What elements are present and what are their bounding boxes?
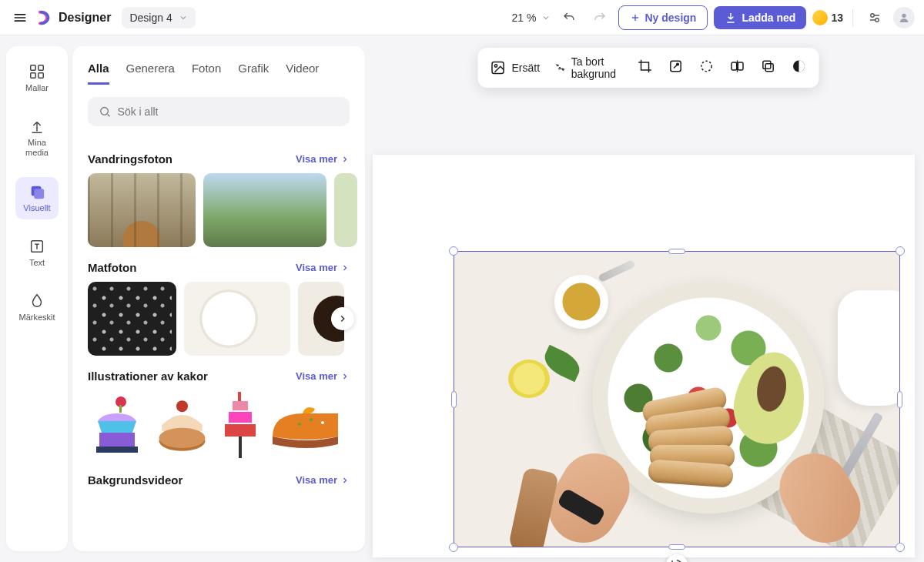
new-design-label: Ny design [645, 12, 697, 24]
mask-button[interactable] [698, 59, 714, 77]
tab-all[interactable]: Alla [88, 62, 109, 85]
rail-brandkit[interactable]: Märkeskit [15, 286, 59, 329]
chevron-right-icon [340, 476, 350, 485]
tab-videos[interactable]: Videor [286, 62, 319, 85]
thumbnail-food-2[interactable] [184, 282, 290, 356]
rail-visual[interactable]: Visuellt [15, 177, 59, 219]
svg-rect-3 [31, 65, 35, 70]
crop-button[interactable] [637, 59, 652, 77]
svg-point-0 [871, 13, 875, 17]
scroll-right-button[interactable] [331, 307, 354, 330]
rail-text[interactable]: Text [15, 232, 59, 274]
svg-point-1 [875, 18, 879, 22]
adjust-button[interactable] [668, 59, 683, 77]
svg-rect-5 [31, 73, 35, 78]
artboard[interactable] [373, 155, 915, 557]
svg-rect-13 [99, 433, 135, 447]
panel-tabs: Alla Generera Foton Grafik Videor [72, 46, 365, 85]
show-more-food[interactable]: Visa mer [296, 262, 350, 273]
menu-button[interactable] [9, 7, 31, 28]
rail-visual-label: Visuellt [23, 203, 50, 213]
svg-rect-22 [239, 437, 242, 458]
chevron-right-icon [340, 372, 350, 381]
thumbnail-cake-2[interactable] [153, 390, 211, 460]
download-icon [725, 12, 737, 24]
redo-button[interactable] [588, 5, 612, 30]
selected-image[interactable] [454, 251, 900, 547]
remove-bg-button[interactable]: Ta bort bakgrund [555, 55, 621, 80]
svg-rect-21 [225, 424, 256, 437]
svg-point-23 [310, 418, 313, 421]
svg-rect-31 [732, 62, 737, 70]
search-field[interactable] [88, 97, 350, 126]
resize-handle-right[interactable] [897, 391, 902, 408]
document-selector[interactable]: Design 4 [122, 7, 195, 28]
svg-rect-18 [238, 392, 241, 401]
thumbnail-cake-1[interactable] [88, 390, 146, 460]
replace-label: Ersätt [512, 62, 541, 74]
plus-icon [630, 12, 641, 23]
svg-point-10 [101, 107, 109, 115]
thumbnail-food-1[interactable] [88, 282, 176, 356]
resize-handle-top[interactable] [668, 249, 685, 254]
rotate-handle[interactable] [666, 554, 688, 562]
app-name: Designer [59, 11, 111, 25]
side-panel: Alla Generera Foton Grafik Videor Vandri… [72, 46, 365, 551]
opacity-button[interactable] [791, 59, 806, 77]
chevron-right-icon [340, 263, 350, 273]
svg-point-30 [701, 61, 711, 71]
thumbnail-hiking-2[interactable] [203, 173, 326, 247]
svg-point-27 [494, 65, 497, 67]
show-more-hiking[interactable]: Visa mer [296, 153, 350, 165]
replace-button[interactable]: Ersätt [490, 60, 541, 75]
thumbnail-cake-3[interactable] [219, 390, 261, 460]
thumbnail-hiking-1[interactable] [88, 173, 196, 247]
panel-scroll[interactable]: Vandringsfoton Visa mer Matfoton Visa me… [72, 131, 365, 502]
rail-brandkit-label: Märkeskit [18, 313, 55, 323]
chevron-right-icon [337, 313, 348, 324]
chevron-down-icon [541, 13, 551, 22]
svg-rect-32 [738, 62, 743, 70]
svg-rect-34 [765, 64, 773, 72]
section-title: Matfoton [88, 261, 136, 274]
thumbnail-hiking-3[interactable] [334, 173, 357, 247]
svg-point-24 [321, 421, 324, 424]
divider [852, 9, 853, 26]
download-button[interactable]: Ladda ned [714, 6, 806, 29]
section-cakes: Illustrationer av kakor Visa mer [88, 370, 350, 460]
layers-button[interactable] [760, 59, 775, 77]
logo-icon [37, 9, 54, 26]
rotate-icon [671, 559, 683, 562]
new-design-button[interactable]: Ny design [618, 5, 708, 30]
zoom-control[interactable]: 21 % [512, 12, 551, 24]
show-more-cakes[interactable]: Visa mer [296, 370, 350, 382]
search-input[interactable] [118, 105, 339, 118]
credits-button[interactable]: ⚡ 13 [812, 10, 843, 25]
search-icon [99, 105, 112, 119]
account-avatar[interactable] [893, 7, 915, 28]
chevron-down-icon [179, 13, 188, 22]
flip-button[interactable] [729, 59, 745, 77]
show-more-bgvideos[interactable]: Visa mer [296, 474, 350, 486]
svg-point-29 [677, 63, 679, 65]
resize-handle-left[interactable] [451, 391, 457, 408]
rail-templates[interactable]: Mallar [15, 57, 59, 99]
resize-handle-bl[interactable] [449, 543, 458, 552]
settings-button[interactable] [862, 5, 887, 30]
svg-rect-19 [233, 401, 248, 410]
canvas-area[interactable]: Ersätt Ta bort bakgrund [373, 35, 924, 562]
resize-handle-bottom[interactable] [668, 544, 685, 550]
undo-button[interactable] [557, 5, 581, 30]
rail-my-media[interactable]: Mina media [15, 112, 59, 164]
thumbnail-cake-4[interactable] [269, 390, 342, 460]
tab-generate[interactable]: Generera [126, 62, 175, 85]
resize-handle-br[interactable] [896, 543, 905, 552]
resize-handle-tr[interactable] [896, 246, 905, 256]
section-title: Vandringsfoton [88, 152, 172, 166]
svg-rect-14 [96, 447, 138, 453]
download-label: Ladda ned [742, 12, 795, 24]
tab-photos[interactable]: Foton [192, 62, 221, 85]
tab-graphics[interactable]: Grafik [238, 62, 269, 85]
resize-handle-tl[interactable] [449, 246, 458, 256]
section-title: Illustrationer av kakor [88, 370, 208, 383]
